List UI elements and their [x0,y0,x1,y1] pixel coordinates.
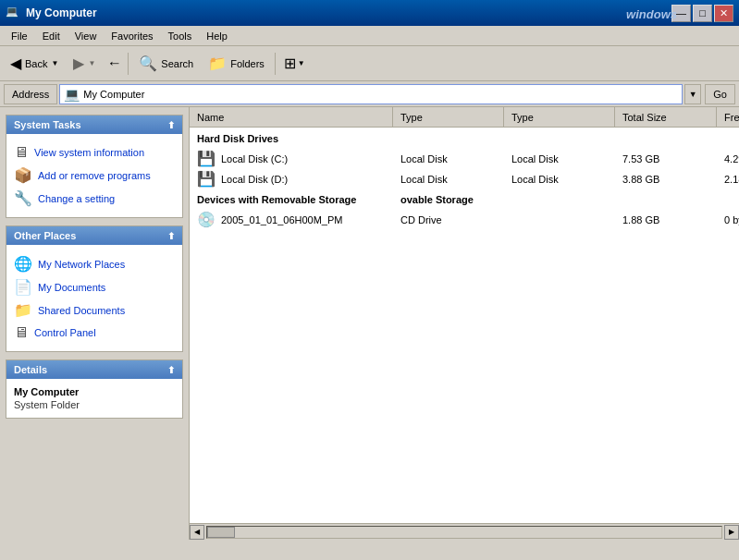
menu-edit[interactable]: Edit [35,29,68,43]
address-go-button[interactable]: Go [705,84,735,104]
network-icon: 🌐 [14,255,32,273]
address-value: My Computer [83,89,144,100]
documents-icon: 📄 [14,278,32,296]
back-arrow-icon: ◀ [10,55,21,72]
folders-icon: 📁 [208,55,227,72]
c-drive-type1: Local Disk [393,152,504,166]
toolbar-separator-1 [128,53,129,75]
system-tasks-header[interactable]: System Tasks ⬆ [6,116,182,134]
d-drive-type2: Local Disk [504,172,615,187]
search-button[interactable]: 🔍 Search [132,50,200,78]
sidebar-link-control-panel-label: Control Panel [34,327,96,338]
back-button[interactable]: ◀ Back ▼ [4,50,65,78]
scroll-thumb[interactable] [207,527,235,538]
sidebar-link-change-setting-label: Change a setting [38,193,115,204]
main-area: System Tasks ⬆ 🖥 View system information… [0,107,739,540]
file-row-c-drive[interactable]: 💾 Local Disk (C:) Local Disk Local Disk … [190,148,739,168]
other-places-content: 🌐 My Network Places 📄 My Documents 📁 Sha… [6,245,182,351]
search-icon: 🔍 [139,55,157,72]
system-tasks-collapse-icon[interactable]: ⬆ [167,120,175,130]
horizontal-scrollbar[interactable]: ◀ ▶ [190,523,739,540]
sidebar-link-view-system[interactable]: 🖥 View system information [12,141,177,164]
details-collapse-icon[interactable]: ⬆ [167,365,175,375]
toolbar: ◀ Back ▼ ▶ ▼ ↑ 🔍 Search 📁 Folders ⊞ ▼ [0,46,739,81]
scroll-right-button[interactable]: ▶ [724,525,739,540]
col-name[interactable]: Name [190,107,393,127]
col-type-1[interactable]: Type [393,107,504,127]
c-drive-free: 4.29 GB [717,152,739,166]
other-places-header[interactable]: Other Places ⬆ [6,226,182,245]
back-label: Back [25,58,47,69]
view-button[interactable]: ⊞ ▼ [279,50,310,78]
sidebar-link-control-panel[interactable]: 🖥 Control Panel [12,322,177,344]
system-tasks-content: 🖥 View system information 📦 Add or remov… [6,134,182,217]
menu-favorites[interactable]: Favorites [104,29,160,43]
file-row-d-drive[interactable]: 💾 Local Disk (D:) Local Disk Local Disk … [190,168,739,189]
address-computer-icon: 💻 [64,87,80,102]
system-tasks-title: System Tasks [14,119,81,130]
maximize-button[interactable]: □ [693,5,712,22]
other-places-panel: Other Places ⬆ 🌐 My Network Places 📄 My … [6,225,183,352]
section-hard-disk: Hard Disk Drives [190,128,739,148]
cd-free: 0 byte [717,213,739,227]
system-info-icon: 🖥 [14,144,29,161]
col-total-size[interactable]: Total Size [615,107,717,127]
sidebar-link-network-label: My Network Places [38,259,125,270]
other-places-title: Other Places [14,230,76,241]
d-drive-free: 2.18 GB [717,172,739,187]
sidebar-link-change-setting[interactable]: 🔧 Change a setting [12,187,177,210]
cd-drive-name: 2005_01_01_06H00M_PM [221,214,343,225]
d-drive-name: Local Disk (D:) [221,174,288,185]
details-item-subtitle: System Folder [14,399,175,410]
c-drive-name-cell: 💾 Local Disk (C:) [190,148,393,169]
window-icon: 💻 [6,6,20,20]
menu-help[interactable]: Help [199,29,235,43]
sidebar-link-network[interactable]: 🌐 My Network Places [12,252,177,275]
sidebar: System Tasks ⬆ 🖥 View system information… [0,107,190,540]
toolbar-separator-2 [275,53,276,75]
file-row-cd[interactable]: 💿 2005_01_01_06H00M_PM CD Drive 1.88 GB … [190,209,739,229]
address-dropdown-button[interactable]: ▼ [684,84,701,104]
hdd-icon-d: 💾 [197,170,216,188]
menu-file[interactable]: File [4,29,35,43]
col-type-2[interactable]: Type [504,107,615,127]
section-removable-cont: ovable Storage [393,189,739,209]
d-drive-total: 3.88 GB [615,172,717,187]
control-panel-icon: 🖥 [14,324,29,341]
sidebar-link-view-system-label: View system information [34,147,144,158]
details-header[interactable]: Details ⬆ [6,360,182,379]
details-panel: Details ⬆ My Computer System Folder [6,359,183,419]
col-free-space[interactable]: Free Space [717,107,739,127]
scroll-left-button[interactable]: ◀ [190,525,204,540]
address-input-area[interactable]: 💻 My Computer [59,84,683,104]
up-button[interactable]: ↑ [104,50,124,78]
sidebar-link-shared-documents-label: Shared Documents [38,305,125,316]
view-icon: ⊞ [284,55,296,72]
c-drive-name: Local Disk (C:) [221,153,288,164]
c-drive-total: 7.53 GB [615,152,717,166]
cd-total: 1.88 GB [615,213,717,227]
menu-view[interactable]: View [68,29,105,43]
menu-tools[interactable]: Tools [161,29,200,43]
hdd-icon-c: 💾 [197,150,216,167]
forward-arrow-icon: ▶ [73,55,84,72]
cd-type2 [504,218,615,222]
sidebar-link-add-remove[interactable]: 📦 Add or remove programs [12,164,177,187]
d-drive-type1: Local Disk [393,172,504,187]
other-places-collapse-icon[interactable]: ⬆ [167,231,175,241]
folders-button[interactable]: 📁 Folders [202,50,271,78]
close-button[interactable]: ✕ [714,5,733,22]
windows-logo: windows [626,7,677,21]
sidebar-link-shared-documents[interactable]: 📁 Shared Documents [12,298,177,322]
d-drive-name-cell: 💾 Local Disk (D:) [190,168,393,189]
section-removable: Devices with Removable Storage [190,189,393,209]
forward-button[interactable]: ▶ ▼ [67,50,102,78]
system-tasks-panel: System Tasks ⬆ 🖥 View system information… [6,115,183,218]
file-list-area: Name Type Type Total Size Free Space Har… [190,107,739,540]
sidebar-link-my-documents[interactable]: 📄 My Documents [12,275,177,298]
add-remove-icon: 📦 [14,166,32,184]
scroll-track[interactable] [206,526,722,539]
address-bar: Address 💻 My Computer ▼ Go [0,81,739,107]
details-item-name: My Computer [14,386,175,397]
sidebar-link-add-remove-label: Add or remove programs [38,170,151,181]
